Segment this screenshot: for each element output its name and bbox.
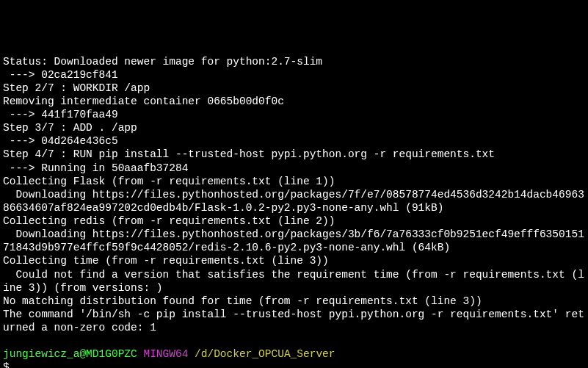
output-line: Downloading https://files.pythonhosted.o… [3, 228, 584, 253]
output-line: The command '/bin/sh -c pip install --tr… [3, 309, 584, 333]
prompt-line[interactable]: jungiewicz_a@MD1G0PZC MINGW64 /d/Docker_… [3, 347, 585, 368]
output-line: ---> 02ca219cf841 [3, 69, 118, 81]
output-line: Step 4/7 : RUN pip install --trusted-hos… [3, 148, 495, 160]
output-line: ---> 441f170faa49 [3, 109, 118, 120]
output-line: Removing intermediate container 0665b00d… [3, 95, 284, 107]
output-line: Collecting time (from -r requirements.tx… [3, 255, 329, 267]
prompt-user: jungiewicz_a@MD1G0PZC [3, 348, 137, 360]
output-line: Could not find a version that satisfies … [3, 269, 584, 294]
output-line: Collecting Flask (from -r requirements.t… [3, 176, 335, 187]
prompt-path: /d/Docker_OPCUA_Server [195, 348, 335, 360]
output-line: No matching distribution found for time … [3, 295, 482, 307]
output-line: ---> 04d264e436c5 [3, 135, 118, 147]
output-line: Step 3/7 : ADD . /app [3, 122, 137, 134]
output-line: Step 2/7 : WORKDIR /app [3, 82, 150, 94]
output-line: ---> Running in 50aaafb37284 [3, 162, 188, 174]
output-line: Downloading https://files.pythonhosted.o… [3, 189, 584, 214]
prompt-symbol: $ [3, 361, 10, 368]
output-line: Status: Downloaded newer image for pytho… [3, 56, 322, 68]
output-line: Collecting redis (from -r requirements.t… [3, 215, 335, 227]
terminal-output: Status: Downloaded newer image for pytho… [3, 55, 585, 335]
prompt-env: MINGW64 [143, 348, 188, 360]
